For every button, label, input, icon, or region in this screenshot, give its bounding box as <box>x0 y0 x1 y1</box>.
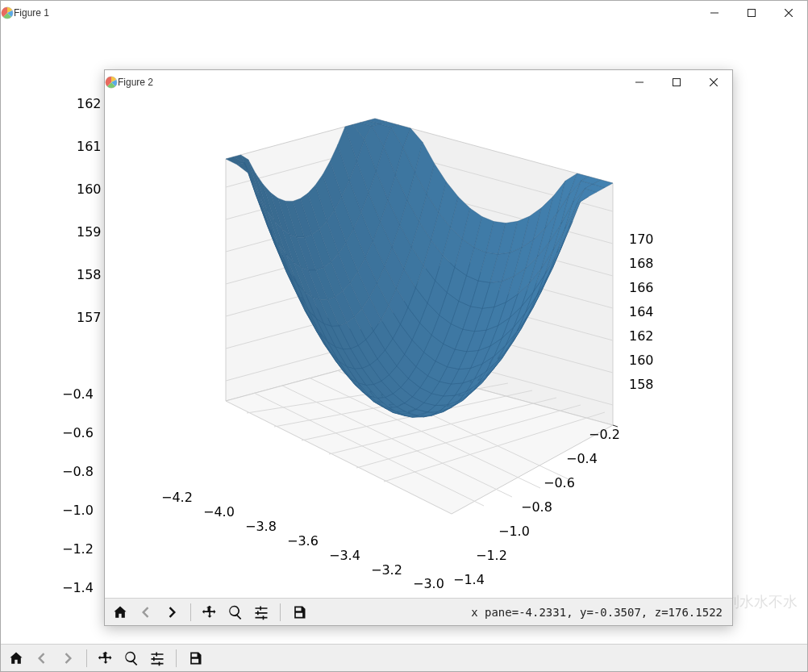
x-tick: −3.8 <box>245 519 277 534</box>
figure2-minimize-button[interactable] <box>621 70 658 94</box>
x-tick: −4.0 <box>203 504 235 520</box>
z-tick: 170 <box>629 232 654 247</box>
fig1-y-tick: −1.4 <box>62 580 94 595</box>
figure2-titlebar[interactable]: Figure 2 <box>105 70 732 94</box>
figure1-minimize-button[interactable] <box>696 1 733 25</box>
x-tick: −3.6 <box>287 533 319 549</box>
zoom-button[interactable] <box>225 602 246 623</box>
home-button[interactable] <box>6 648 27 669</box>
configure-button[interactable] <box>147 648 168 669</box>
save-button[interactable] <box>289 602 310 623</box>
fig1-z-tick: 162 <box>77 96 102 111</box>
z-tick: 168 <box>629 256 654 271</box>
forward-button[interactable] <box>57 648 78 669</box>
z-tick: 164 <box>629 304 654 319</box>
figure1-toolbar <box>1 644 807 671</box>
zoom-button[interactable] <box>121 648 142 669</box>
cursor-coordinates: x pane=-4.2331, y=-0.3507, z=176.1522 <box>471 606 727 619</box>
matplotlib-icon <box>1 6 14 19</box>
y-tick: −1.4 <box>453 572 485 587</box>
figure2-canvas[interactable]: 170 168 166 164 162 160 158 −4.2 −4.0 −3… <box>105 94 732 598</box>
x-tick: −4.2 <box>161 490 193 505</box>
z-tick: 162 <box>629 328 654 344</box>
z-tick: 160 <box>629 353 654 368</box>
forward-button[interactable] <box>161 602 182 623</box>
fig1-z-tick: 157 <box>77 310 102 325</box>
fig1-y-tick: −0.6 <box>62 425 94 440</box>
y-tick: −1.2 <box>476 548 507 563</box>
back-button[interactable] <box>31 648 52 669</box>
figure1-title: Figure 1 <box>14 7 49 19</box>
save-button[interactable] <box>185 648 206 669</box>
pan-button[interactable] <box>199 602 220 623</box>
toolbar-separator <box>280 603 281 621</box>
y-tick: −0.2 <box>589 427 620 442</box>
fig1-z-tick: 159 <box>77 224 102 240</box>
configure-button[interactable] <box>251 602 272 623</box>
fig1-y-tick: −0.4 <box>62 386 94 402</box>
figure1-maximize-button[interactable] <box>733 1 770 25</box>
y-tick: −1.0 <box>498 524 530 539</box>
figure1-close-button[interactable] <box>770 1 807 25</box>
home-button[interactable] <box>110 602 131 623</box>
x-tick: −3.0 <box>413 576 444 591</box>
y-tick: −0.6 <box>544 475 575 490</box>
z-tick: 166 <box>629 280 654 295</box>
y-tick: −0.8 <box>521 499 552 515</box>
z-tick: 158 <box>629 377 654 392</box>
fig1-y-tick: −1.2 <box>62 541 94 557</box>
x-tick: −3.2 <box>371 562 402 578</box>
fig1-z-tick: 158 <box>77 267 102 282</box>
figure2-maximize-button[interactable] <box>658 70 695 94</box>
toolbar-separator <box>86 649 87 667</box>
pan-button[interactable] <box>95 648 116 669</box>
matplotlib-icon <box>105 76 118 89</box>
y-tick: −0.4 <box>566 451 598 466</box>
figure2-window: Figure 2 <box>104 69 733 626</box>
figure1-titlebar[interactable]: Figure 1 <box>1 1 807 25</box>
figure2-toolbar: x pane=-4.2331, y=-0.3507, z=176.1522 <box>105 598 732 625</box>
x-tick: −3.4 <box>329 548 360 563</box>
figure2-close-button[interactable] <box>695 70 732 94</box>
figure2-title: Figure 2 <box>118 77 153 88</box>
fig1-y-tick: −0.8 <box>62 464 94 479</box>
toolbar-separator <box>190 603 191 621</box>
fig1-y-tick: −1.0 <box>62 503 94 518</box>
fig1-z-tick: 160 <box>77 182 102 197</box>
back-button[interactable] <box>135 602 156 623</box>
toolbar-separator <box>176 649 177 667</box>
fig1-z-tick: 161 <box>77 139 102 154</box>
